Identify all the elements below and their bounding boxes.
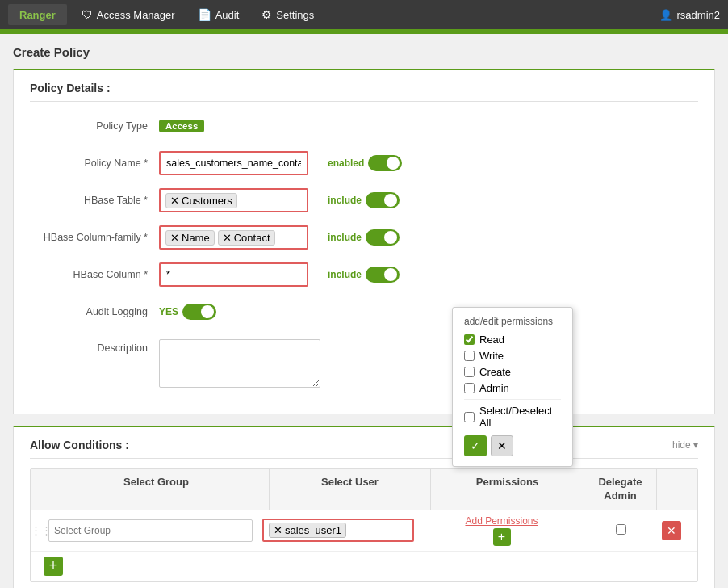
hbase-column-family-label: HBase Column-family * — [30, 232, 159, 243]
hbase-column-include-label: include — [328, 269, 362, 280]
popup-divider — [464, 399, 561, 400]
allow-table: Select Group Select User Permissions Del… — [30, 468, 698, 582]
read-checkbox[interactable] — [464, 334, 475, 345]
hbase-table-include-wrapper: include — [320, 192, 400, 208]
hbase-table-include-toggle[interactable] — [366, 192, 400, 208]
tag-label: Customers — [182, 195, 232, 207]
nav-access-manager[interactable]: 🛡 Access Manager — [70, 5, 186, 24]
brand-text: Ranger — [19, 9, 56, 21]
hbase-column-family-row: HBase Column-family * ✕ Name ✕ Contact i… — [30, 225, 698, 250]
audit-logging-row: Audit Logging YES — [30, 299, 698, 325]
hbase-column-family-input[interactable]: ✕ Name ✕ Contact — [159, 225, 308, 250]
user-tag-label: sales_user1 — [285, 524, 341, 536]
hbase-table-label: HBase Table * — [30, 195, 159, 206]
enabled-toggle[interactable] — [368, 155, 402, 171]
description-row: Description — [30, 336, 698, 388]
policy-type-badge: Access — [159, 120, 204, 132]
popup-select-deselect-item: Select/Deselect All — [464, 405, 561, 429]
col-delegate-header: DelegateAdmin — [584, 469, 657, 510]
select-deselect-checkbox[interactable] — [464, 412, 475, 422]
hbase-column-input[interactable] — [159, 262, 308, 287]
nav-access-manager-label: Access Manager — [97, 9, 175, 21]
username: rsadmin2 — [677, 9, 720, 21]
popup-ok-button[interactable]: ✓ — [464, 435, 487, 456]
table-row: ⋮⋮ ✕ sales_user1 Add Permissions + — [31, 510, 697, 552]
hbase-table-input[interactable]: ✕ Customers — [159, 188, 308, 212]
delete-row-button[interactable]: ✕ — [662, 521, 681, 540]
delegate-checkbox[interactable] — [616, 524, 626, 535]
audit-yes-label: YES — [159, 306, 178, 317]
hbase-table-include-label: include — [328, 195, 362, 206]
popup-write-item: Write — [464, 350, 561, 362]
hbase-column-family-include-toggle[interactable] — [366, 229, 400, 246]
user-info: 👤 rsadmin2 — [659, 9, 720, 21]
policy-name-label: Policy Name * — [30, 158, 159, 169]
write-label: Write — [479, 350, 504, 362]
create-checkbox[interactable] — [464, 367, 475, 377]
policy-name-toggle-wrapper: enabled — [320, 155, 402, 171]
nav-settings-label: Settings — [276, 9, 314, 21]
hbase-column-include-toggle[interactable] — [366, 267, 400, 283]
policy-type-label: Policy Type — [30, 120, 159, 132]
add-permissions-link[interactable]: Add Permissions — [424, 515, 579, 527]
admin-checkbox[interactable] — [464, 383, 475, 393]
popup-create-item: Create — [464, 366, 561, 378]
popup-buttons: ✓ ✕ — [464, 435, 561, 456]
create-label: Create — [479, 366, 511, 378]
allow-table-header: Select Group Select User Permissions Del… — [31, 469, 697, 510]
policy-name-input[interactable] — [159, 151, 308, 175]
name-tag-close[interactable]: ✕ — [170, 232, 179, 244]
select-deselect-label: Select/Deselect All — [479, 405, 561, 429]
policy-name-row: Policy Name * enabled — [30, 150, 698, 176]
admin-label: Admin — [479, 382, 509, 394]
audit-toggle-switch[interactable] — [182, 304, 216, 320]
page-title: Create Policy — [13, 42, 715, 59]
name-tag-label: Name — [182, 232, 210, 244]
sales-user1-tag: ✕ sales_user1 — [269, 523, 346, 538]
tag-close-x[interactable]: ✕ — [170, 195, 179, 207]
perms-cell: Add Permissions + — [419, 515, 584, 546]
settings-icon: ⚙ — [261, 8, 272, 21]
contact-tag: ✕ Contact — [218, 230, 275, 246]
popup-admin-item: Admin — [464, 382, 561, 394]
user-cell: ✕ sales_user1 — [257, 519, 419, 542]
contact-tag-close[interactable]: ✕ — [223, 232, 232, 244]
read-label: Read — [479, 334, 504, 346]
user-icon: 👤 — [659, 9, 672, 21]
add-row-button[interactable]: + — [44, 556, 63, 576]
navbar: Ranger 🛡 Access Manager 📄 Audit ⚙ Settin… — [0, 0, 728, 29]
group-input[interactable] — [48, 519, 253, 542]
audit-toggle-wrapper: YES — [159, 304, 216, 320]
description-textarea[interactable] — [159, 339, 320, 388]
policy-details-title: Policy Details : — [30, 82, 698, 102]
shield-icon: 🛡 — [82, 8, 93, 21]
allow-conditions-title: Allow Conditions : — [30, 439, 129, 452]
hbase-column-row: HBase Column * include — [30, 262, 698, 288]
enabled-label: enabled — [328, 158, 364, 169]
action-cell: ✕ — [657, 521, 697, 540]
nav-audit[interactable]: 📄 Audit — [186, 5, 251, 24]
brand: Ranger — [8, 4, 67, 25]
write-checkbox[interactable] — [464, 351, 475, 361]
hide-link[interactable]: hide ▾ — [672, 439, 698, 451]
page-container: Create Policy Policy Details : Policy Ty… — [0, 34, 728, 588]
popup-read-item: Read — [464, 334, 561, 346]
hbase-column-family-include-wrapper: include — [320, 229, 400, 246]
description-label: Description — [30, 339, 159, 354]
user-tag-input[interactable]: ✕ sales_user1 — [262, 519, 414, 542]
nav-audit-label: Audit — [215, 9, 240, 21]
hbase-column-include-wrapper: include — [320, 267, 400, 283]
allow-conditions-section: Allow Conditions : hide ▾ Select Group S… — [13, 426, 715, 588]
delegate-cell — [584, 524, 657, 537]
hbase-column-label: HBase Column * — [30, 269, 159, 280]
hbase-column-family-include-label: include — [328, 232, 362, 243]
group-cell — [44, 519, 257, 542]
allow-conditions-header: Allow Conditions : hide ▾ — [30, 439, 698, 459]
user-tag-close[interactable]: ✕ — [274, 524, 282, 536]
contact-tag-label: Contact — [234, 232, 270, 244]
popup-cancel-button[interactable]: ✕ — [491, 435, 513, 456]
drag-handle[interactable]: ⋮⋮ — [31, 524, 44, 536]
popup-title: add/edit permissions — [464, 316, 561, 327]
nav-settings[interactable]: ⚙ Settings — [250, 5, 325, 24]
add-permissions-button[interactable]: + — [493, 528, 511, 546]
